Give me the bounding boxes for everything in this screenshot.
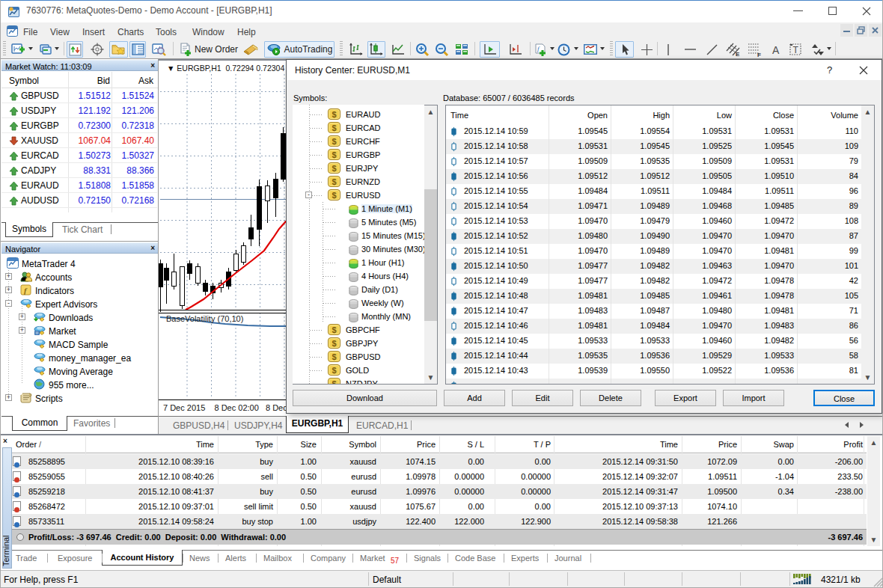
svg-text:E: E [736, 51, 740, 57]
svg-text:F: F [757, 52, 761, 57]
svg-text:T: T [792, 45, 798, 55]
svg-text:A: A [772, 44, 780, 55]
